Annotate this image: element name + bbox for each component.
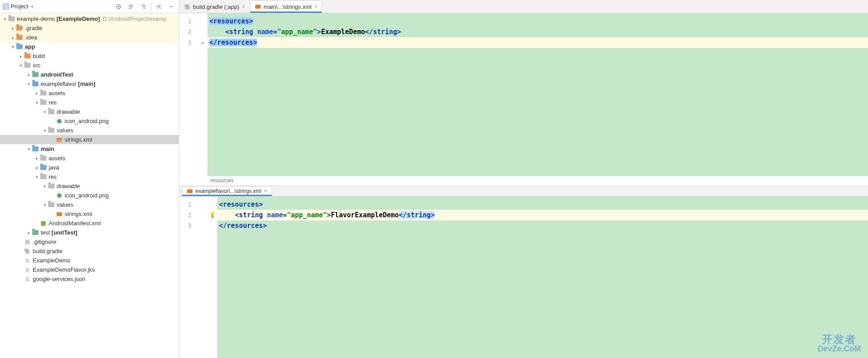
close-icon[interactable]: × — [264, 188, 267, 194]
tab-strings-xml[interactable]: main\...\strings.xml × — [250, 0, 322, 13]
tree-node[interactable]: ▾drawable — [0, 181, 179, 191]
editor-area: 🐘 build.gradle (:app) × main\...\strings… — [179, 0, 868, 358]
tree-node[interactable]: ▾res — [0, 172, 179, 181]
tree-node[interactable]: ▾values — [0, 200, 179, 209]
expand-icon[interactable]: ▾ — [34, 100, 40, 105]
close-icon[interactable]: × — [242, 4, 245, 10]
expand-icon[interactable]: ▾ — [42, 184, 48, 189]
tab-label: exampleflavor\...\strings.xml — [196, 188, 261, 194]
test-folder-icon — [32, 71, 39, 78]
locate-file-button[interactable] — [114, 2, 123, 12]
fold-arrow-icon[interactable]: ▸ — [202, 40, 204, 46]
tree-node[interactable]: ▸androidTest — [0, 70, 179, 79]
gradle-file-icon: 🐘 — [184, 4, 190, 10]
tree-node[interactable]: ▾values — [0, 126, 179, 135]
node-label: example-demo [ExampleDemo] — [17, 15, 100, 22]
expand-icon[interactable]: ▸ — [26, 231, 32, 235]
expand-icon[interactable]: ▾ — [10, 45, 16, 49]
node-label: drawable — [57, 183, 80, 189]
tree-node[interactable]: ▸java — [0, 163, 179, 172]
minimize-button[interactable] — [166, 2, 176, 12]
minor-tab[interactable]: exampleflavor\...\strings.xml × — [182, 186, 272, 196]
folder-icon — [40, 173, 47, 181]
tree-root[interactable]: ▾ example-demo [ExampleDemo] D:\AndroidP… — [0, 14, 179, 23]
svg-point-0 — [116, 4, 120, 8]
expand-icon[interactable]: ▸ — [26, 73, 32, 77]
tree-node[interactable]: 🐘build.gradle — [0, 246, 179, 256]
tree-node[interactable]: ▾drawable — [0, 107, 179, 116]
node-label: strings.xml — [65, 211, 92, 217]
project-view-icon — [3, 4, 9, 10]
collapse-all-button[interactable] — [138, 2, 148, 12]
tree-node[interactable]: ExampleDemoFlavor.jks — [0, 265, 179, 274]
tree-node-selected[interactable]: xmlstrings.xml — [0, 135, 179, 144]
folder-icon — [40, 90, 47, 97]
settings-button[interactable] — [154, 2, 164, 12]
expand-icon[interactable]: ▾ — [42, 110, 48, 114]
tree-node[interactable]: google-services.json — [0, 274, 179, 284]
xml-file-icon: xml — [56, 136, 63, 143]
tree-node[interactable]: ▸.gradle — [0, 23, 179, 33]
tree-node[interactable]: ▾src — [0, 61, 179, 70]
svg-rect-18 — [255, 5, 261, 9]
tree-node[interactable]: ▸test [unitTest] — [0, 228, 179, 237]
tree-node[interactable]: ▾res — [0, 98, 179, 107]
node-label: ExampleDemo — [33, 257, 70, 264]
tree-node[interactable]: .gitignore — [0, 237, 179, 246]
expand-icon[interactable]: ▸ — [10, 26, 16, 31]
node-label: drawable — [57, 108, 80, 115]
sidebar-title[interactable]: Project ▾ — [3, 3, 114, 10]
code-editor[interactable]: 1 2 3 💡 <resources> <string na — [179, 196, 868, 358]
project-tree[interactable]: ▾ example-demo [ExampleDemo] D:\AndroidP… — [0, 13, 179, 358]
expand-icon[interactable]: ▾ — [26, 147, 32, 151]
lightbulb-icon[interactable]: 💡 — [209, 212, 216, 218]
tree-node[interactable]: ▸build — [0, 51, 179, 61]
tree-node-app[interactable]: ▾app — [0, 42, 179, 51]
node-label: strings.xml — [65, 136, 92, 143]
expand-icon[interactable]: ▸ — [10, 35, 16, 40]
close-icon[interactable]: × — [314, 4, 317, 10]
svg-rect-14 — [25, 239, 30, 244]
source-folder-icon — [32, 146, 39, 153]
module-icon — [8, 15, 15, 23]
fold-gutter[interactable]: ▸ — [199, 13, 207, 176]
expand-icon[interactable]: ▸ — [34, 91, 40, 96]
breadcrumb[interactable]: resources — [179, 176, 868, 186]
image-file-icon — [56, 118, 63, 125]
expand-icon[interactable]: ▾ — [34, 175, 40, 179]
file-icon — [24, 257, 31, 264]
code-editor[interactable]: 1 2 3 ▸ <resources> <string name="app_na… — [179, 13, 868, 176]
expand-all-button[interactable] — [126, 2, 136, 12]
expand-icon[interactable]: ▾ — [18, 63, 24, 68]
tree-node-main[interactable]: ▾main — [0, 144, 179, 154]
tree-node[interactable]: ▸.idea — [0, 33, 179, 42]
expand-icon[interactable]: ▾ — [26, 82, 32, 86]
tree-node[interactable]: icon_android.png — [0, 191, 179, 200]
tree-node[interactable]: ▾exampleflavor [main] — [0, 79, 179, 89]
tab-build-gradle[interactable]: 🐘 build.gradle (:app) × — [179, 0, 250, 13]
tree-node[interactable]: AndroidManifest.xml — [0, 219, 179, 228]
folder-icon — [48, 201, 55, 208]
expand-icon[interactable]: ▸ — [18, 54, 24, 58]
svg-point-8 — [158, 6, 160, 8]
tree-node[interactable]: ▸assets — [0, 89, 179, 98]
svg-rect-19 — [187, 189, 192, 193]
fold-gutter[interactable] — [199, 196, 207, 358]
tree-node[interactable]: ExampleDemo — [0, 256, 179, 265]
tree-node[interactable]: icon_android.png — [0, 116, 179, 126]
tree-node[interactable]: ▸assets — [0, 154, 179, 163]
svg-rect-13 — [41, 221, 46, 226]
gitignore-file-icon — [24, 239, 31, 246]
code-content[interactable]: <resources> <string name="app_name">Exam… — [207, 13, 868, 176]
expand-icon[interactable]: ▸ — [34, 166, 40, 170]
expand-icon[interactable]: ▸ — [34, 156, 40, 161]
svg-text:xml: xml — [57, 138, 61, 141]
node-label: assets — [49, 155, 65, 162]
tree-node[interactable]: strings.xml — [0, 209, 179, 219]
breadcrumb-item[interactable]: resources — [210, 177, 234, 184]
expand-icon[interactable]: ▾ — [2, 17, 8, 21]
node-label: values — [57, 201, 73, 208]
code-content[interactable]: <resources> <string name="app_name">Flav… — [217, 196, 868, 358]
expand-icon[interactable]: ▾ — [42, 203, 48, 207]
expand-icon[interactable]: ▾ — [42, 128, 48, 133]
